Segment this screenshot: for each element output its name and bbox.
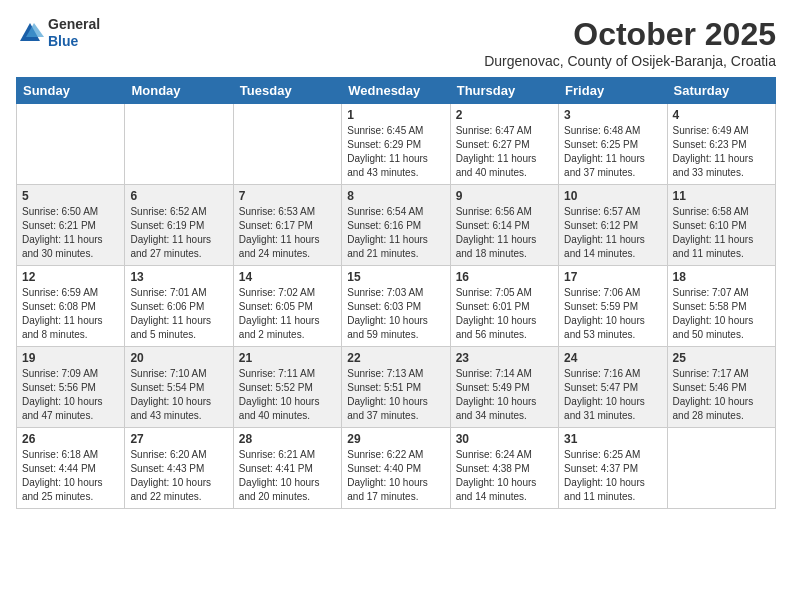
- logo: General Blue: [16, 16, 100, 50]
- column-header-monday: Monday: [125, 78, 233, 104]
- day-number: 8: [347, 189, 444, 203]
- day-cell: 18Sunrise: 7:07 AM Sunset: 5:58 PM Dayli…: [667, 266, 775, 347]
- calendar-week-row: 12Sunrise: 6:59 AM Sunset: 6:08 PM Dayli…: [17, 266, 776, 347]
- day-cell: 13Sunrise: 7:01 AM Sunset: 6:06 PM Dayli…: [125, 266, 233, 347]
- day-number: 12: [22, 270, 119, 284]
- day-cell: 29Sunrise: 6:22 AM Sunset: 4:40 PM Dayli…: [342, 428, 450, 509]
- day-info: Sunrise: 7:07 AM Sunset: 5:58 PM Dayligh…: [673, 286, 770, 342]
- day-cell: 8Sunrise: 6:54 AM Sunset: 6:16 PM Daylig…: [342, 185, 450, 266]
- day-info: Sunrise: 7:03 AM Sunset: 6:03 PM Dayligh…: [347, 286, 444, 342]
- day-cell: 28Sunrise: 6:21 AM Sunset: 4:41 PM Dayli…: [233, 428, 341, 509]
- calendar-table: SundayMondayTuesdayWednesdayThursdayFrid…: [16, 77, 776, 509]
- day-info: Sunrise: 6:49 AM Sunset: 6:23 PM Dayligh…: [673, 124, 770, 180]
- day-info: Sunrise: 6:47 AM Sunset: 6:27 PM Dayligh…: [456, 124, 553, 180]
- calendar-header-row: SundayMondayTuesdayWednesdayThursdayFrid…: [17, 78, 776, 104]
- day-number: 2: [456, 108, 553, 122]
- day-cell: 14Sunrise: 7:02 AM Sunset: 6:05 PM Dayli…: [233, 266, 341, 347]
- day-cell: 30Sunrise: 6:24 AM Sunset: 4:38 PM Dayli…: [450, 428, 558, 509]
- day-cell: 15Sunrise: 7:03 AM Sunset: 6:03 PM Dayli…: [342, 266, 450, 347]
- day-info: Sunrise: 6:24 AM Sunset: 4:38 PM Dayligh…: [456, 448, 553, 504]
- column-header-saturday: Saturday: [667, 78, 775, 104]
- day-info: Sunrise: 6:48 AM Sunset: 6:25 PM Dayligh…: [564, 124, 661, 180]
- day-info: Sunrise: 6:52 AM Sunset: 6:19 PM Dayligh…: [130, 205, 227, 261]
- day-number: 10: [564, 189, 661, 203]
- day-info: Sunrise: 6:58 AM Sunset: 6:10 PM Dayligh…: [673, 205, 770, 261]
- column-header-friday: Friday: [559, 78, 667, 104]
- day-cell: 6Sunrise: 6:52 AM Sunset: 6:19 PM Daylig…: [125, 185, 233, 266]
- day-cell: 17Sunrise: 7:06 AM Sunset: 5:59 PM Dayli…: [559, 266, 667, 347]
- day-number: 1: [347, 108, 444, 122]
- column-header-thursday: Thursday: [450, 78, 558, 104]
- empty-cell: [17, 104, 125, 185]
- day-number: 26: [22, 432, 119, 446]
- page-header: General Blue October 2025 Durgenovac, Co…: [16, 16, 776, 69]
- day-cell: 3Sunrise: 6:48 AM Sunset: 6:25 PM Daylig…: [559, 104, 667, 185]
- day-number: 29: [347, 432, 444, 446]
- day-cell: 24Sunrise: 7:16 AM Sunset: 5:47 PM Dayli…: [559, 347, 667, 428]
- day-info: Sunrise: 6:53 AM Sunset: 6:17 PM Dayligh…: [239, 205, 336, 261]
- day-number: 14: [239, 270, 336, 284]
- day-info: Sunrise: 7:11 AM Sunset: 5:52 PM Dayligh…: [239, 367, 336, 423]
- day-number: 30: [456, 432, 553, 446]
- day-info: Sunrise: 6:45 AM Sunset: 6:29 PM Dayligh…: [347, 124, 444, 180]
- day-cell: 21Sunrise: 7:11 AM Sunset: 5:52 PM Dayli…: [233, 347, 341, 428]
- day-number: 31: [564, 432, 661, 446]
- day-number: 27: [130, 432, 227, 446]
- day-info: Sunrise: 6:21 AM Sunset: 4:41 PM Dayligh…: [239, 448, 336, 504]
- day-number: 23: [456, 351, 553, 365]
- day-cell: 26Sunrise: 6:18 AM Sunset: 4:44 PM Dayli…: [17, 428, 125, 509]
- day-number: 13: [130, 270, 227, 284]
- day-number: 17: [564, 270, 661, 284]
- day-number: 24: [564, 351, 661, 365]
- day-number: 15: [347, 270, 444, 284]
- day-number: 21: [239, 351, 336, 365]
- day-number: 5: [22, 189, 119, 203]
- title-block: October 2025 Durgenovac, County of Osije…: [484, 16, 776, 69]
- logo-icon: [16, 19, 44, 47]
- day-number: 25: [673, 351, 770, 365]
- day-info: Sunrise: 6:54 AM Sunset: 6:16 PM Dayligh…: [347, 205, 444, 261]
- day-cell: 10Sunrise: 6:57 AM Sunset: 6:12 PM Dayli…: [559, 185, 667, 266]
- day-info: Sunrise: 7:13 AM Sunset: 5:51 PM Dayligh…: [347, 367, 444, 423]
- day-number: 6: [130, 189, 227, 203]
- day-number: 19: [22, 351, 119, 365]
- empty-cell: [233, 104, 341, 185]
- day-info: Sunrise: 7:16 AM Sunset: 5:47 PM Dayligh…: [564, 367, 661, 423]
- day-info: Sunrise: 6:18 AM Sunset: 4:44 PM Dayligh…: [22, 448, 119, 504]
- day-info: Sunrise: 7:10 AM Sunset: 5:54 PM Dayligh…: [130, 367, 227, 423]
- day-cell: 11Sunrise: 6:58 AM Sunset: 6:10 PM Dayli…: [667, 185, 775, 266]
- day-cell: 25Sunrise: 7:17 AM Sunset: 5:46 PM Dayli…: [667, 347, 775, 428]
- day-cell: 4Sunrise: 6:49 AM Sunset: 6:23 PM Daylig…: [667, 104, 775, 185]
- day-cell: 22Sunrise: 7:13 AM Sunset: 5:51 PM Dayli…: [342, 347, 450, 428]
- day-cell: 1Sunrise: 6:45 AM Sunset: 6:29 PM Daylig…: [342, 104, 450, 185]
- day-cell: 20Sunrise: 7:10 AM Sunset: 5:54 PM Dayli…: [125, 347, 233, 428]
- day-info: Sunrise: 6:56 AM Sunset: 6:14 PM Dayligh…: [456, 205, 553, 261]
- day-number: 20: [130, 351, 227, 365]
- location-subtitle: Durgenovac, County of Osijek-Baranja, Cr…: [484, 53, 776, 69]
- calendar-week-row: 19Sunrise: 7:09 AM Sunset: 5:56 PM Dayli…: [17, 347, 776, 428]
- empty-cell: [667, 428, 775, 509]
- day-number: 11: [673, 189, 770, 203]
- column-header-tuesday: Tuesday: [233, 78, 341, 104]
- day-number: 18: [673, 270, 770, 284]
- column-header-sunday: Sunday: [17, 78, 125, 104]
- day-number: 9: [456, 189, 553, 203]
- day-info: Sunrise: 7:17 AM Sunset: 5:46 PM Dayligh…: [673, 367, 770, 423]
- day-cell: 16Sunrise: 7:05 AM Sunset: 6:01 PM Dayli…: [450, 266, 558, 347]
- day-info: Sunrise: 6:57 AM Sunset: 6:12 PM Dayligh…: [564, 205, 661, 261]
- day-number: 3: [564, 108, 661, 122]
- day-cell: 5Sunrise: 6:50 AM Sunset: 6:21 PM Daylig…: [17, 185, 125, 266]
- day-info: Sunrise: 7:14 AM Sunset: 5:49 PM Dayligh…: [456, 367, 553, 423]
- day-cell: 19Sunrise: 7:09 AM Sunset: 5:56 PM Dayli…: [17, 347, 125, 428]
- empty-cell: [125, 104, 233, 185]
- day-info: Sunrise: 7:01 AM Sunset: 6:06 PM Dayligh…: [130, 286, 227, 342]
- calendar-week-row: 5Sunrise: 6:50 AM Sunset: 6:21 PM Daylig…: [17, 185, 776, 266]
- calendar-week-row: 26Sunrise: 6:18 AM Sunset: 4:44 PM Dayli…: [17, 428, 776, 509]
- column-header-wednesday: Wednesday: [342, 78, 450, 104]
- logo-text: General Blue: [48, 16, 100, 50]
- day-cell: 23Sunrise: 7:14 AM Sunset: 5:49 PM Dayli…: [450, 347, 558, 428]
- day-info: Sunrise: 6:59 AM Sunset: 6:08 PM Dayligh…: [22, 286, 119, 342]
- month-title: October 2025: [484, 16, 776, 53]
- day-info: Sunrise: 7:09 AM Sunset: 5:56 PM Dayligh…: [22, 367, 119, 423]
- day-info: Sunrise: 6:50 AM Sunset: 6:21 PM Dayligh…: [22, 205, 119, 261]
